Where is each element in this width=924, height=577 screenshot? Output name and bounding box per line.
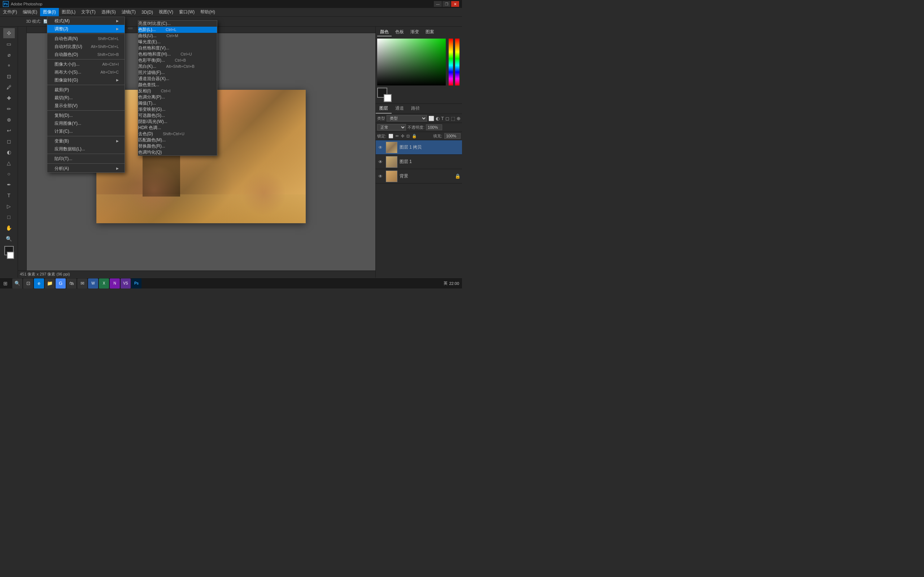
restore-button[interactable]: ❐ (443, 1, 451, 7)
menu-image-size[interactable]: 图像大小(I)... Alt+Ctrl+I (47, 60, 124, 68)
submenu-equalize[interactable]: 色调均化(Q) (138, 149, 217, 155)
minimize-button[interactable]: — (434, 1, 442, 7)
background-swatch[interactable] (384, 94, 392, 102)
fill-input[interactable] (444, 133, 460, 139)
gradient-tool[interactable]: ◐ (3, 147, 15, 157)
menu-variables[interactable]: 变量(B) (47, 137, 124, 145)
taskbar-taskview[interactable]: ⊡ (23, 279, 33, 288)
layer-visibility-copy[interactable]: 👁 (377, 144, 384, 151)
move-tool[interactable]: ✣ (3, 28, 15, 38)
submenu-channel-mixer[interactable]: 通道混合器(X)... (138, 76, 217, 82)
layer-type-select[interactable]: 类型 (386, 115, 427, 121)
submenu-posterize[interactable]: 色调分离(P)... (138, 94, 217, 100)
tab-swatches[interactable]: 色板 (393, 28, 407, 36)
lock-position-icon[interactable]: ✣ (401, 134, 404, 139)
submenu-photo-filter[interactable]: 照片滤镜(F)... (138, 69, 217, 76)
submenu-hdr[interactable]: HDR 色调... (138, 125, 217, 131)
blur-tool[interactable]: △ (3, 158, 15, 168)
taskbar-vs[interactable]: VS (121, 279, 131, 288)
menu-calc[interactable]: 计算(C)... (47, 127, 124, 135)
taskbar-chrome[interactable]: G (56, 279, 66, 288)
lock-pixels-icon[interactable]: ⬜ (388, 134, 393, 139)
healing-tool[interactable]: ✚ (3, 93, 15, 103)
tab-channels[interactable]: 通道 (392, 104, 407, 114)
menu-adjust[interactable]: 调整(J) (47, 25, 124, 33)
menu-filter[interactable]: 滤镜(T) (119, 8, 139, 16)
clone-tool[interactable]: ⊕ (3, 115, 15, 125)
layer-visibility-1[interactable]: 👁 (377, 159, 384, 165)
submenu-levels[interactable]: 色阶(L)... Ctrl+L (138, 27, 217, 33)
history-brush[interactable]: ↩ (3, 126, 15, 135)
submenu-shadows-highlights[interactable]: 阴影/高光(W)... (138, 119, 217, 125)
menu-3d[interactable]: 3D(D) (139, 8, 156, 16)
submenu-hsl[interactable]: 色相/饱和度(H)... Ctrl+U (138, 51, 217, 57)
hue-slider[interactable] (449, 39, 453, 85)
taskbar-store[interactable]: 🛍 (66, 279, 76, 288)
opacity-input[interactable] (426, 124, 442, 130)
layer-row-1[interactable]: 👁 图层 1 (376, 155, 462, 169)
menu-auto-tone[interactable]: 自动色调(N) Shift+Ctrl+L (47, 35, 124, 43)
submenu-match-color[interactable]: 匹配颜色(M)... (138, 137, 217, 143)
layer-row-bg[interactable]: 👁 背景 🔒 (376, 169, 462, 184)
submenu-threshold[interactable]: 阈值(T)... (138, 100, 217, 106)
menu-canvas-size[interactable]: 画布大小(S)... Alt+Ctrl+C (47, 68, 124, 76)
menu-text[interactable]: 文字(T) (78, 8, 98, 16)
submenu-curves[interactable]: 曲线(U)... Ctrl+M (138, 33, 217, 39)
submenu-brightness[interactable]: 亮度/对比度(C)... (138, 21, 217, 27)
menu-analysis[interactable]: 分析(A) (47, 164, 124, 172)
marquee-tool[interactable]: ▭ (3, 39, 15, 49)
submenu-replace-color[interactable]: 替换颜色(R)... (138, 143, 217, 149)
menu-window[interactable]: 窗口(W) (176, 8, 197, 16)
menu-select[interactable]: 选择(S) (99, 8, 119, 16)
path-select-tool[interactable]: ▷ (3, 201, 15, 211)
menu-auto-color[interactable]: 自动颜色(O) Shift+Ctrl+B (47, 50, 124, 58)
menu-crop[interactable]: 裁剪(P) (47, 86, 124, 94)
menu-auto-contrast[interactable]: 自动对比度(U) Alt+Shift+Ctrl+L (47, 43, 124, 50)
taskbar-mail[interactable]: ✉ (77, 279, 87, 288)
lock-paint-icon[interactable]: ✏ (396, 134, 399, 139)
fg-bg-colors[interactable] (377, 88, 392, 102)
submenu-color-balance[interactable]: 色彩平衡(B)... Ctrl+B (138, 57, 217, 63)
brush-tool[interactable]: ✏ (3, 104, 15, 114)
taskbar-edge[interactable]: e (34, 279, 44, 288)
menu-rotate[interactable]: 图像旋转(G) (47, 76, 124, 84)
lasso-tool[interactable]: ⌀ (3, 50, 15, 60)
submenu-selective-color[interactable]: 可选颜色(S)... (138, 113, 217, 119)
dodge-tool[interactable]: ○ (3, 169, 15, 179)
submenu-invert[interactable]: 反相(I) Ctrl+I (138, 88, 217, 94)
crop-tool[interactable]: ⊡ (3, 71, 15, 82)
menu-apply-image[interactable]: 应用图像(Y)... (47, 119, 124, 127)
menu-duplicate[interactable]: 复制(D)... (47, 111, 124, 119)
submenu-bw[interactable]: 黑白(K)... Alt+Shift+Ctrl+B (138, 63, 217, 69)
hue-slider-2[interactable] (455, 39, 459, 85)
tab-pattern[interactable]: 图案 (423, 28, 437, 36)
tab-gradient[interactable]: 渐变 (407, 28, 422, 36)
blend-mode-select[interactable]: 正常 (377, 124, 406, 131)
submenu-vibrance[interactable]: 自然饱和度(V)... (138, 45, 217, 51)
start-button[interactable]: ⊞ (0, 278, 11, 289)
shape-tool[interactable]: □ (3, 212, 15, 222)
taskbar-onenote[interactable]: N (110, 279, 120, 288)
text-tool[interactable]: T (3, 190, 15, 200)
color-picker-area[interactable] (377, 39, 446, 85)
lock-artboard-icon[interactable]: ⊡ (406, 134, 410, 139)
hand-tool[interactable]: ✋ (3, 223, 15, 233)
tab-color[interactable]: 颜色 (377, 28, 392, 36)
menu-trap[interactable]: 陷印(T)... (47, 155, 124, 163)
menu-mode[interactable]: 模式(M) (47, 17, 124, 25)
submenu-color-lookup[interactable]: 颜色查找... (138, 82, 217, 88)
taskbar-explorer[interactable]: 📁 (45, 279, 55, 288)
layer-row-copy[interactable]: 👁 图层 1 拷贝 (376, 140, 462, 155)
tab-layers[interactable]: 图层 (376, 104, 392, 114)
submenu-exposure[interactable]: 曝光度(E)... (138, 39, 217, 45)
menu-edit[interactable]: 编辑(E) (20, 8, 40, 16)
taskbar-ps[interactable]: Ps (131, 279, 142, 288)
submenu-desaturate[interactable]: 去色(D) Shift+Ctrl+U (138, 131, 217, 137)
menu-apply-data[interactable]: 应用数据组(L)... (47, 145, 124, 153)
eyedropper-tool[interactable]: 🖉 (3, 82, 15, 92)
pen-tool[interactable]: ✒ (3, 180, 15, 190)
menu-view[interactable]: 视图(V) (156, 8, 176, 16)
lock-all-icon[interactable]: 🔒 (412, 134, 417, 139)
close-button[interactable]: ✕ (451, 1, 459, 7)
layer-visibility-bg[interactable]: 👁 (377, 173, 384, 180)
